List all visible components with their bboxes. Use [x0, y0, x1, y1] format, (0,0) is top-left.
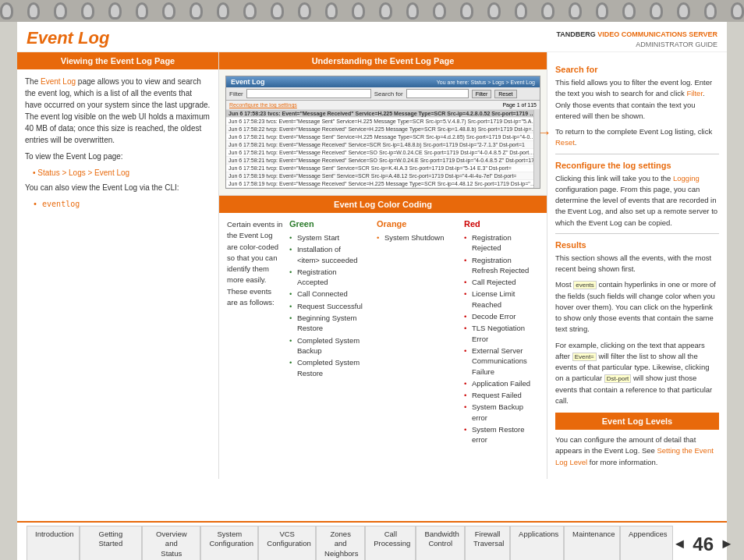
- log-row: Jun 6 17:58:19 tvcp: Event="Message Rece…: [226, 180, 540, 188]
- list-item: Request Failed: [464, 389, 539, 401]
- log-row: Jun 6 17:58:23 tvcs: Event="Message Sent…: [226, 118, 540, 126]
- green-label: Green: [289, 219, 364, 229]
- spiral-ring: [54, 2, 67, 19]
- screenshot-title: Event Log: [231, 78, 265, 86]
- red-column: Red Registration RejectedRegistration Re…: [464, 219, 539, 446]
- nav-tab-1[interactable]: Getting Started: [80, 526, 143, 560]
- spiral-ring: [243, 2, 257, 19]
- list-item: Request Successful: [289, 300, 364, 312]
- results-title: Results: [555, 240, 719, 250]
- spiral-ring: [487, 2, 501, 19]
- company-name: TANDBERG: [556, 30, 595, 38]
- nav-tab-8[interactable]: Firewall Traversal: [465, 526, 510, 560]
- scrollbar[interactable]: [533, 110, 540, 188]
- spiral-ring: [704, 2, 717, 19]
- cli-intro: You can also view the Event Log via the …: [25, 182, 211, 193]
- spiral-binding: [0, 0, 744, 22]
- spiral-ring: [27, 2, 41, 19]
- cli-path[interactable]: eventlog: [33, 198, 211, 210]
- list-item: License Limit Reached: [464, 288, 539, 310]
- reconfigure-title: Reconfigure the log settings: [555, 161, 719, 170]
- filter-label: Filter: [229, 90, 243, 97]
- nav-tab-2[interactable]: Overview and Status: [142, 526, 200, 560]
- product-name: VIDEO COMMUNICATIONS SERVER: [597, 30, 717, 38]
- cli-path-link[interactable]: eventlog: [42, 200, 80, 208]
- nav-path[interactable]: Status > Logs > Event Log: [33, 167, 211, 179]
- next-arrow[interactable]: ►: [720, 536, 734, 552]
- orange-column: Orange System Shutdown: [377, 219, 452, 446]
- setting-link[interactable]: Setting the Event Log Level: [555, 446, 714, 466]
- log-row: Jun 6 17:58:21 tvcp: Event="Message Rece…: [226, 141, 540, 149]
- levels-header: Event Log Levels: [555, 413, 719, 430]
- event-tag: events: [573, 281, 597, 289]
- filter-input[interactable]: [246, 89, 371, 98]
- list-item: System Shutdown: [377, 232, 452, 243]
- list-item: Installation of <item> succeeded: [289, 243, 364, 266]
- logging-link[interactable]: Logging: [673, 174, 700, 183]
- color-columns: Green System StartInstallation of <item>…: [289, 219, 539, 446]
- spiral-ring: [677, 2, 690, 19]
- spiral-ring: [81, 2, 94, 19]
- event-log-link[interactable]: Event Log: [41, 77, 76, 86]
- list-item: Completed System Restore: [289, 356, 364, 379]
- filter-link[interactable]: Filter: [686, 89, 703, 97]
- spiral-ring: [271, 2, 284, 19]
- left-body-text: The Event Log page allows you to view an…: [25, 76, 211, 146]
- spiral-ring: [108, 2, 122, 19]
- color-intro-text: Certain events in the Event Log are colo…: [227, 220, 282, 307]
- page-number: 46: [693, 533, 714, 555]
- nav-tab-10[interactable]: Maintenance: [564, 526, 620, 560]
- log-row: Jun 6 17:58:23 tvcs: Event="Message Rece…: [226, 110, 540, 118]
- list-item: Beginning System Restore: [289, 312, 364, 335]
- nav-tabs: IntroductionGetting StartedOverview and …: [27, 526, 673, 560]
- log-row: Jun 6 17:58:21 tvcp: Event="Message Rece…: [226, 157, 540, 165]
- divider2: [555, 233, 719, 234]
- log-table: Jun 6 17:58:23 tvcs: Event="Message Rece…: [226, 110, 540, 188]
- nav-tab-0[interactable]: Introduction: [27, 526, 80, 560]
- page-indicator: Page 1 of 115: [502, 102, 537, 108]
- screenshot-breadcrumb: You are here: Status > Logs > Event Log: [437, 80, 535, 85]
- spiral-ring: [406, 2, 420, 19]
- screenshot-frame: Event Log You are here: Status > Logs > …: [225, 76, 540, 189]
- list-item: Call Rejected: [464, 276, 539, 288]
- nav-tab-9[interactable]: Applications: [510, 526, 564, 560]
- filter-btn[interactable]: Filter: [472, 90, 492, 98]
- content-area: Viewing the Event Log Page The Event Log…: [17, 52, 727, 479]
- red-label: Red: [464, 219, 539, 229]
- prev-arrow[interactable]: ◄: [673, 536, 687, 552]
- spiral-ring: [352, 2, 365, 19]
- search-body: This field allows you to filter the even…: [555, 77, 719, 122]
- log-table-container: Jun 6 17:58:23 tvcs: Event="Message Rece…: [226, 110, 540, 188]
- reset-btn[interactable]: Reset: [494, 90, 516, 98]
- guide-name: ADMINISTRATOR GUIDE: [636, 41, 717, 48]
- search-title: Search for: [555, 65, 719, 74]
- spiral-ring: [162, 2, 175, 19]
- log-row: Jun 6 17:58:21 tvcp: Event="Message Sent…: [226, 133, 540, 141]
- list-item: External Server Communications Failure: [464, 345, 539, 377]
- nav-tab-11[interactable]: Appendices: [620, 526, 673, 560]
- search-input[interactable]: [406, 89, 469, 98]
- spiral-ring: [596, 2, 609, 19]
- nav-tab-6[interactable]: Call Processing: [365, 526, 416, 560]
- nav-tab-7[interactable]: Bandwidth Control: [416, 526, 465, 560]
- list-item: Decode Error: [464, 310, 539, 322]
- results-body: This section shows all the events, with …: [555, 253, 719, 275]
- reset-link[interactable]: Reset: [555, 138, 575, 147]
- spiral-ring: [136, 2, 149, 19]
- reconfigure-link[interactable]: Reconfigure the log settings: [229, 102, 297, 108]
- results-body3: For example, clicking on the text that a…: [555, 340, 719, 407]
- center-top-header: Understanding the Event Log Page: [219, 52, 547, 69]
- log-row: Jun 6 17:58:21 tvcp: Event="Message Rece…: [226, 149, 540, 157]
- levels-body: You can configure the amount of detail t…: [555, 434, 719, 468]
- color-coding-area: Certain events in the Event Log are colo…: [227, 219, 539, 446]
- nav-tab-3[interactable]: System Configuration: [200, 526, 258, 560]
- nav-tab-5[interactable]: Zones and Neighbors: [316, 526, 365, 560]
- left-column: Viewing the Event Log Page The Event Log…: [17, 52, 218, 479]
- spiral-ring: [731, 2, 744, 19]
- left-section-body: The Event Log page allows you to view an…: [17, 69, 218, 219]
- log-row: Jun 6 17:58:19 tvcp: Event="Message Sent…: [226, 172, 540, 180]
- nav-tab-4[interactable]: VCS Configuration: [258, 526, 316, 560]
- view-intro: To view the Event Log page:: [25, 151, 211, 162]
- spiral-ring: [460, 2, 473, 19]
- nav-path-link[interactable]: Status > Logs > Event Log: [37, 168, 129, 177]
